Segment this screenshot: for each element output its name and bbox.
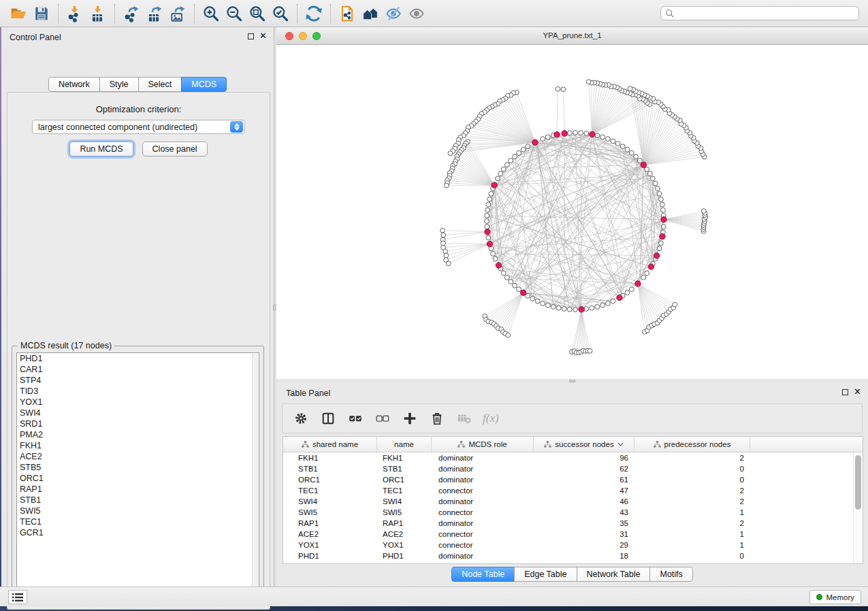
graph-node[interactable] — [595, 305, 600, 310]
splitter-handle[interactable] — [569, 380, 575, 382]
graph-node[interactable] — [501, 167, 506, 171]
mcds-result-item[interactable]: GCR1 — [17, 527, 259, 538]
table-row[interactable]: SWI4SWI4dominator462 — [283, 496, 863, 507]
graph-node[interactable] — [647, 171, 652, 176]
graph-hub-node[interactable] — [554, 132, 560, 137]
graph-node[interactable] — [661, 208, 666, 212]
graph-node[interactable] — [445, 183, 449, 188]
graph-node[interactable] — [485, 213, 489, 218]
mcds-result-item[interactable]: YOX1 — [17, 397, 259, 408]
graph-node[interactable] — [651, 176, 656, 181]
graph-hub-node[interactable] — [661, 217, 666, 222]
graph-node[interactable] — [535, 299, 540, 303]
mcds-result-item[interactable]: STB1 — [17, 495, 259, 506]
graph-node[interactable] — [541, 301, 545, 306]
graph-node[interactable] — [606, 301, 611, 306]
graph-node[interactable] — [551, 305, 556, 310]
table-row[interactable]: STB1STB1dominator620 — [283, 463, 863, 474]
graph-node[interactable] — [573, 308, 578, 312]
graph-node[interactable] — [517, 287, 521, 292]
table-row[interactable]: FKH1FKH1dominator962 — [283, 452, 863, 463]
graph-node[interactable] — [611, 139, 615, 144]
table-row[interactable]: PHD1PHD1dominator180 — [283, 550, 863, 561]
graph-hub-node[interactable] — [492, 182, 497, 188]
network-document-icon[interactable] — [336, 3, 359, 24]
graph-node[interactable] — [496, 176, 500, 181]
mcds-result-item[interactable]: RAP1 — [17, 484, 259, 495]
graph-node[interactable] — [573, 131, 578, 135]
column-header-successor-nodes[interactable]: successor nodes — [534, 437, 634, 452]
graph-node[interactable] — [486, 202, 491, 207]
task-history-button[interactable] — [8, 590, 27, 604]
graph-node[interactable] — [611, 299, 615, 303]
houses-icon[interactable] — [359, 3, 382, 24]
table-row[interactable]: ORC1ORC1dominator610 — [283, 474, 863, 485]
graph-node[interactable] — [659, 241, 664, 246]
mcds-result-item[interactable]: TEC1 — [17, 516, 259, 527]
search-box[interactable] — [660, 6, 859, 20]
graph-node[interactable] — [485, 208, 490, 212]
graph-hub-node[interactable] — [496, 263, 501, 268]
column-header-MCDS-role[interactable]: MCDS role — [432, 437, 534, 452]
graph-node[interactable] — [630, 150, 634, 155]
graph-node[interactable] — [615, 142, 620, 146]
column-header-predecessor-nodes[interactable]: predecessor nodes — [634, 437, 750, 452]
memory-button[interactable]: Memory — [809, 590, 861, 604]
graph-node[interactable] — [634, 154, 639, 159]
mcds-result-item[interactable]: PHD1 — [17, 353, 259, 364]
graph-node[interactable] — [562, 307, 566, 312]
graph-hub-node[interactable] — [617, 295, 622, 300]
graph-node[interactable] — [641, 276, 646, 280]
graph-node[interactable] — [489, 191, 494, 196]
graph-hub-node[interactable] — [487, 241, 492, 246]
deselect-all-icon[interactable] — [374, 410, 391, 427]
graph-node[interactable] — [595, 133, 600, 138]
graph-node[interactable] — [440, 228, 445, 233]
table-row[interactable]: TEC1TEC1connector472 — [283, 485, 863, 496]
graph-node[interactable] — [584, 307, 589, 312]
export-table-icon[interactable] — [143, 3, 166, 24]
graph-node[interactable] — [620, 144, 625, 149]
graph-node[interactable] — [487, 197, 492, 201]
mcds-result-item[interactable]: SWI5 — [17, 506, 259, 516]
mcds-result-item[interactable]: SRD1 — [17, 418, 259, 429]
graph-node[interactable] — [504, 276, 509, 280]
tab-edge-table[interactable]: Edge Table — [514, 567, 577, 582]
graph-node[interactable] — [491, 252, 496, 257]
graph-node[interactable] — [441, 233, 446, 237]
tab-mcds[interactable]: MCDS — [181, 77, 227, 92]
close-panel-icon[interactable]: ✕ — [854, 389, 861, 395]
graph-node[interactable] — [567, 131, 572, 135]
graph-node[interactable] — [446, 261, 451, 266]
graph-node[interactable] — [441, 241, 446, 246]
mcds-result-list[interactable]: PHD1CAR1STP4TID3YOX1SWI4SRD1PMA2FKH1ACE2… — [16, 352, 259, 594]
graph-node[interactable] — [443, 249, 448, 254]
mcds-result-item[interactable]: CAR1 — [17, 364, 259, 375]
mcds-result-item[interactable]: ACE2 — [17, 451, 259, 462]
graph-node[interactable] — [588, 348, 592, 353]
graph-node[interactable] — [504, 163, 509, 167]
mcds-result-item[interactable]: PMA2 — [17, 429, 259, 440]
graph-node[interactable] — [606, 137, 611, 142]
table-row[interactable]: SWI5SWI5connector431 — [283, 507, 863, 518]
graph-hub-node[interactable] — [641, 162, 646, 167]
graph-node[interactable] — [556, 306, 561, 310]
graph-node[interactable] — [656, 186, 660, 191]
graph-hub-node[interactable] — [635, 281, 641, 286]
save-icon[interactable] — [30, 3, 53, 24]
graph-node[interactable] — [637, 159, 642, 163]
tab-node-table[interactable]: Node Table — [451, 567, 515, 582]
graph-node[interactable] — [506, 333, 511, 337]
scrollbar-thumb[interactable] — [855, 455, 861, 510]
mcds-result-item[interactable]: FKH1 — [17, 440, 259, 451]
mcds-result-item[interactable]: STP4 — [17, 375, 259, 386]
graph-node[interactable] — [545, 303, 550, 308]
optimization-criterion-select[interactable]: largest connected component (undirected) — [32, 120, 245, 134]
graph-node[interactable] — [517, 150, 521, 155]
graph-node[interactable] — [567, 307, 572, 312]
add-icon[interactable] — [401, 410, 419, 427]
table-scrollbar[interactable] — [853, 452, 863, 563]
graph-node[interactable] — [498, 171, 503, 176]
graph-node[interactable] — [526, 144, 530, 149]
search-input[interactable] — [675, 9, 854, 18]
